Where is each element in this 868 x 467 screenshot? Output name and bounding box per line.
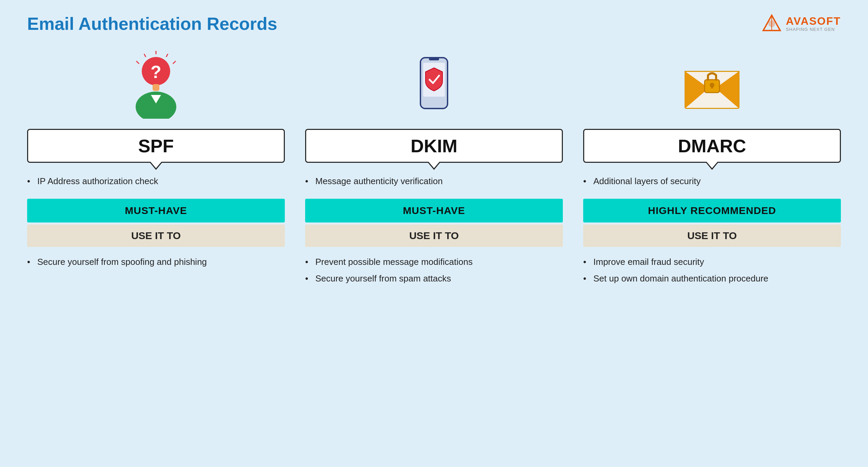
svg-rect-13 xyxy=(153,84,159,91)
svg-line-7 xyxy=(173,61,176,64)
dmarc-desc-item-0: Additional layers of security xyxy=(583,173,841,189)
spf-desc-item-0: IP Address authorization check xyxy=(27,173,285,189)
dkim-desc-list: Message authenticity verification xyxy=(305,173,563,189)
spf-title: SPF xyxy=(138,136,174,156)
dmarc-body: Additional layers of security HIGHLY REC… xyxy=(583,173,841,296)
svg-line-8 xyxy=(136,61,139,64)
spf-use-item-0: Secure yourself from spoofing and phishi… xyxy=(27,254,285,270)
dmarc-use-item-1: Set up own domain authentication procedu… xyxy=(583,270,841,287)
dmarc-title-box: DMARC xyxy=(583,129,841,163)
dkim-use-it-to: USE IT TO xyxy=(305,225,563,247)
dmarc-badge: HIGHLY RECOMMENDED xyxy=(583,199,841,222)
dkim-badge: MUST-HAVE xyxy=(305,199,563,222)
dmarc-desc-list: Additional layers of security xyxy=(583,173,841,189)
spf-title-box: SPF xyxy=(27,129,285,163)
svg-rect-24 xyxy=(711,85,713,89)
avasoft-logo-icon xyxy=(762,14,782,34)
dmarc-use-it-to: USE IT TO xyxy=(583,225,841,247)
logo-text: AVASOFT SHAPING NEXT GEN xyxy=(786,15,841,32)
dkim-icon xyxy=(400,51,468,119)
logo-name: AVASOFT xyxy=(786,15,841,27)
dkim-title: DKIM xyxy=(411,136,457,156)
spf-use-list: Secure yourself from spoofing and phishi… xyxy=(27,254,285,270)
svg-text:?: ? xyxy=(151,62,161,82)
dkim-body: Message authenticity verification MUST-H… xyxy=(305,173,563,296)
dmarc-icon xyxy=(678,51,746,119)
dmarc-title: DMARC xyxy=(678,136,746,156)
dkim-use-list: Prevent possible message modifications S… xyxy=(305,254,563,287)
card-dkim: DKIM Message authenticity verification M… xyxy=(305,51,563,296)
header: Email Authentication Records AVASOFT SHA… xyxy=(27,14,841,34)
card-spf: ? SPF IP Address authorization check MUS… xyxy=(27,51,285,280)
page-wrapper: Email Authentication Records AVASOFT SHA… xyxy=(0,0,868,467)
cards-row: ? SPF IP Address authorization check MUS… xyxy=(27,51,841,296)
spf-use-it-to: USE IT TO xyxy=(27,225,285,247)
card-dmarc: DMARC Additional layers of security HIGH… xyxy=(583,51,841,296)
dmarc-use-item-0: Improve email fraud security xyxy=(583,254,841,270)
dkim-use-item-1: Secure yourself from spam attacks xyxy=(305,270,563,287)
spf-icon: ? xyxy=(122,51,190,119)
dkim-title-box: DKIM xyxy=(305,129,563,163)
spf-body: IP Address authorization check MUST-HAVE… xyxy=(27,173,285,280)
svg-line-5 xyxy=(166,54,168,57)
svg-rect-16 xyxy=(429,58,439,60)
logo-area: AVASOFT SHAPING NEXT GEN xyxy=(762,14,841,34)
spf-badge: MUST-HAVE xyxy=(27,199,285,222)
spf-desc-list: IP Address authorization check xyxy=(27,173,285,189)
dkim-desc-item-0: Message authenticity verification xyxy=(305,173,563,189)
logo-sub: SHAPING NEXT GEN xyxy=(786,27,841,32)
dkim-use-item-0: Prevent possible message modifications xyxy=(305,254,563,270)
svg-line-6 xyxy=(144,54,146,57)
dmarc-use-list: Improve email fraud security Set up own … xyxy=(583,254,841,287)
page-title: Email Authentication Records xyxy=(27,14,277,34)
